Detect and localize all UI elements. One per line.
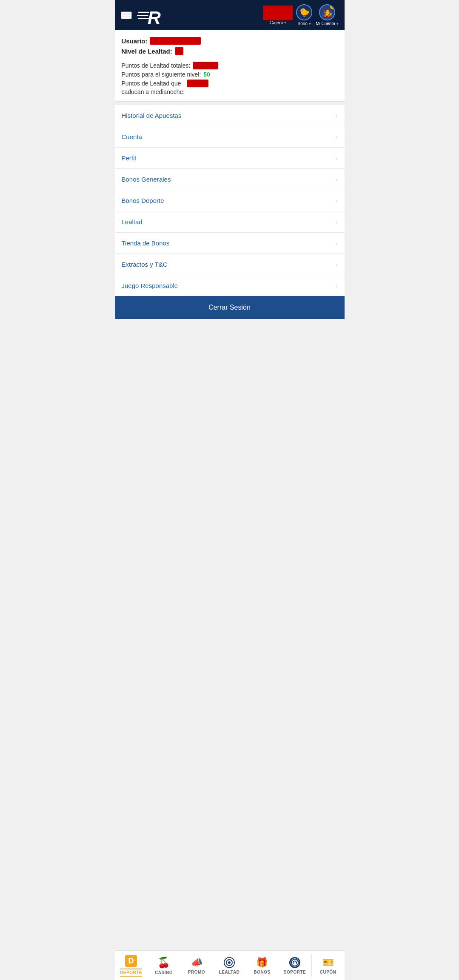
menu-item-bonos-generales[interactable]: Bonos Generales › — [115, 169, 345, 190]
chevron-right-icon: › — [336, 197, 338, 204]
menu-item-juego-responsable[interactable]: Juego Responsable › — [115, 275, 345, 296]
usuario-label: Usuario: — [122, 37, 148, 45]
puntos-caducan-label: Puntos de Lealtad quecaducan a medianoch… — [122, 80, 185, 96]
casino-icon-box: 🍒 CASINO — [155, 957, 173, 975]
menu-list: Historial de Apuestas › Cuenta › Perfil … — [115, 105, 345, 296]
puntos-caducan-value — [187, 80, 208, 87]
lealtad-badge-icon — [224, 957, 235, 968]
bono-icon-circle: 🐤 — [296, 4, 312, 20]
menu-item-tienda-bonos[interactable]: Tienda de Bonos › — [115, 233, 345, 254]
chevron-right-icon: › — [336, 155, 338, 162]
puntos-caducan-row: Puntos de Lealtad quecaducan a medianoch… — [122, 80, 338, 96]
nivel-value — [175, 47, 183, 55]
menu-item-lealtad[interactable]: Lealtad › — [115, 211, 345, 233]
bonos-icon-box: 🎁 BONOS — [254, 957, 270, 974]
casino-cherry-icon: 🍒 — [157, 957, 170, 969]
username-row: Usuario: — [122, 37, 338, 45]
header-left: R — [121, 5, 171, 26]
cupon-ticket-icon: 🎫 — [322, 957, 334, 968]
nav-item-deporte[interactable]: D DEPORTE — [115, 951, 148, 980]
puntos-totales-value — [193, 62, 218, 69]
nav-item-soporte[interactable]: SOPORTE — [279, 951, 311, 980]
logo: R — [137, 5, 171, 26]
empty-content-area — [115, 319, 345, 950]
menu-item-historial[interactable]: Historial de Apuestas › — [115, 105, 345, 126]
soporte-label: SOPORTE — [284, 970, 306, 974]
cajero-label: Cajero ▾ — [269, 20, 286, 25]
hamburger-menu[interactable] — [121, 11, 132, 19]
logout-button[interactable]: Cerrar Sesión — [115, 296, 345, 319]
nav-item-promo[interactable]: 📣 PROMO — [180, 951, 213, 980]
chevron-right-icon: › — [336, 134, 338, 140]
deporte-label: DEPORTE — [120, 969, 142, 975]
svg-text:R: R — [147, 7, 160, 26]
bonos-label: BONOS — [254, 970, 270, 974]
user-info-section: Usuario: Nivel de Lealtad: Puntos de Lea… — [115, 30, 345, 102]
svg-point-6 — [291, 959, 298, 966]
cajero-arrow-icon: ▾ — [284, 20, 286, 25]
chevron-right-icon: › — [336, 240, 338, 247]
header-right: Cajero ▾ 🐤 Bono ▾ 🧑‍🎤 0 Mi Cuenta ▾ — [263, 4, 338, 26]
menu-item-perfil[interactable]: Perfil › — [115, 148, 345, 169]
lealtad-label: LEALTAD — [219, 970, 240, 974]
deporte-icon-box: D DEPORTE — [120, 955, 142, 977]
promo-megaphone-icon: 📣 — [191, 957, 202, 968]
bonos-gift-icon: 🎁 — [256, 957, 268, 968]
cajero-button[interactable] — [263, 6, 293, 20]
soporte-headset-icon — [289, 957, 300, 968]
nav-item-lealtad[interactable]: LEALTAD — [213, 951, 246, 980]
cupon-label: CUPÓN — [320, 970, 336, 974]
promo-label: PROMO — [188, 970, 205, 974]
mi-cuenta-avatar: 🧑‍🎤 0 — [319, 4, 335, 20]
menu-item-cuenta[interactable]: Cuenta › — [115, 126, 345, 148]
chevron-right-icon: › — [336, 176, 338, 183]
promo-icon-box: 📣 PROMO — [188, 957, 205, 974]
cupon-icon-box: 🎫 CUPÓN — [320, 957, 336, 974]
mi-cuenta-badge: 0 — [330, 4, 335, 9]
cajero-wrapper: Cajero ▾ — [263, 6, 293, 25]
puntos-totales-row: Puntos de Lealtad totales: — [122, 62, 338, 69]
mi-cuenta-button[interactable]: 🧑‍🎤 0 Mi Cuenta ▾ — [316, 4, 338, 26]
menu-item-bonos-deporte[interactable]: Bonos Deporte › — [115, 190, 345, 211]
svg-rect-7 — [293, 962, 294, 964]
soporte-icon-box: SOPORTE — [284, 957, 306, 974]
bono-button[interactable]: 🐤 Bono ▾ — [296, 4, 312, 26]
menu-item-extractos[interactable]: Extractos y T&C › — [115, 254, 345, 275]
puntos-siguiente-label: Puntos para el siguiente nivel: — [122, 71, 201, 78]
deporte-icon: D — [125, 955, 137, 967]
casino-label: CASINO — [155, 970, 173, 975]
username-value — [150, 37, 201, 45]
mi-cuenta-label: Mi Cuenta ▾ — [316, 21, 338, 26]
chevron-right-icon: › — [336, 112, 338, 119]
nivel-row: Nivel de Lealtad: — [122, 47, 338, 55]
puntos-siguiente-value: 50 — [203, 71, 210, 78]
puntos-totales-label: Puntos de Lealtad totales: — [122, 62, 191, 69]
svg-rect-8 — [296, 962, 297, 964]
header: R Cajero ▾ 🐤 Bono ▾ 🧑‍🎤 0 — [115, 0, 345, 30]
nav-item-casino[interactable]: 🍒 CASINO — [148, 951, 180, 980]
nav-item-cupon[interactable]: 🎫 CUPÓN — [312, 951, 345, 980]
bottom-navigation: D DEPORTE 🍒 CASINO 📣 PROMO LEALTAD — [115, 950, 345, 980]
bono-label: Bono ▾ — [298, 21, 311, 26]
chevron-right-icon: › — [336, 219, 338, 225]
nivel-label: Nivel de Lealtad: — [122, 48, 172, 55]
lealtad-icon-box: LEALTAD — [219, 957, 240, 974]
nav-item-bonos[interactable]: 🎁 BONOS — [246, 951, 279, 980]
puntos-siguiente-row: Puntos para el siguiente nivel: 50 — [122, 71, 338, 78]
chevron-right-icon: › — [336, 282, 338, 289]
svg-point-5 — [228, 961, 231, 964]
chevron-right-icon: › — [336, 261, 338, 268]
